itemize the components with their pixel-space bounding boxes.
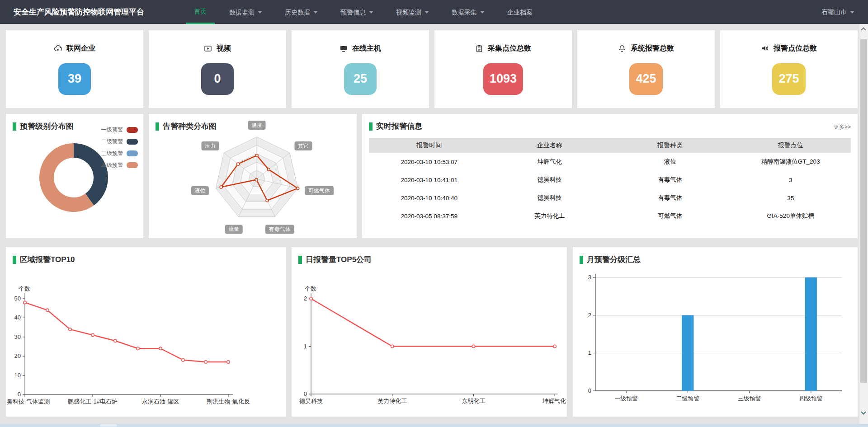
nav-item-3[interactable]: 历史数据 [277,0,326,24]
x-tick-label: 四级预警 [799,395,823,402]
nav-item-1[interactable]: 首页 [186,0,215,24]
radar-axis-label: 液位 [194,188,205,194]
nav-item-label: 数据采集 [452,1,477,23]
stat-card-head: 报警点位总数 [761,44,817,53]
legend-swatch [127,162,138,168]
nav-item-4[interactable]: 预警信息 [332,0,382,24]
y-tick-label: 2 [304,295,307,302]
data-point [472,345,475,347]
y-axis-title: 个数 [305,285,316,292]
stat-card-5: 系统报警总数425 [577,30,715,108]
nav-item-7[interactable]: 企业档案 [499,0,541,24]
chevron-down-icon [480,11,485,14]
column-header: 报警种类 [610,141,731,150]
data-point [553,345,556,347]
x-tick-label: 二级预警 [676,395,699,402]
horizontal-scrollbar[interactable] [0,424,868,427]
radar-point [266,199,269,202]
panel-monthly-levels: 月预警分级汇总 0123一级预警二级预警三级预警四级预警 [573,247,858,417]
scroll-up-icon[interactable] [861,27,866,32]
stat-card-value: 1093 [483,63,523,95]
stat-card-label: 在线主机 [352,44,381,53]
table-cell: 2020-03-10 10:53:07 [369,159,490,165]
data-point [182,358,184,361]
nav-item-6[interactable]: 数据采集 [443,0,493,24]
radar-point [297,187,299,190]
nav-item-label: 预警信息 [340,1,366,23]
legend-item-4[interactable]: 四级预警 [101,159,138,171]
nav-item-2[interactable]: 数据监测 [221,0,270,24]
y-tick-label: 0 [304,390,307,397]
monitor-icon [340,44,348,52]
vertical-scrollbar-thumb[interactable] [860,39,867,383]
alarm-table: 报警时间企业名称报警种类报警点位 2020-03-10 10:53:07坤辉气化… [369,138,851,225]
table-cell: 液位 [610,158,731,166]
x-tick-label: 德昊科技 [299,398,323,404]
panel-realtime-alarms: 实时报警信息 更多>> 报警时间企业名称报警种类报警点位 2020-03-10 … [362,114,858,238]
vertical-scrollbar[interactable] [859,24,868,424]
nav-item-label: 首页 [194,0,207,23]
alarm-table-body: 2020-03-10 10:53:07坤辉气化液位精醇南罐液位GT_203202… [369,153,851,225]
stat-card-label: 系统报警总数 [631,44,674,53]
radar-axis-label: 温度 [251,122,262,128]
table-cell: 2020-03-10 10:41:01 [369,177,490,183]
y-tick-label: 40 [14,314,21,321]
radar-point [255,178,258,181]
x-tick-label: 东明化工 [462,398,485,404]
x-tick-label: 坤辉气化 [542,398,566,404]
data-point [46,309,49,311]
stat-card-head: 联网企业 [54,44,95,53]
scroll-down-icon[interactable] [861,409,866,414]
legend-swatch [127,139,138,145]
line-series [311,299,555,347]
panel-region-top10: 区域报警TOP10 个数01020304050昊科技-气体监测鹏盛化工-1#电石… [6,247,286,417]
data-point [227,361,230,363]
cloud-link-icon [54,44,62,52]
stat-card-6: 报警点位总数275 [720,30,858,108]
y-tick-label: 50 [14,295,21,302]
x-tick-label: 英力特化工 [377,398,407,404]
top-nav: 安全生产风险预警防控物联网管理平台 首页数据监测历史数据预警信息视频监测数据采集… [0,0,868,24]
more-link[interactable]: 更多>> [834,123,851,131]
table-cell: 德昊科技 [490,194,610,202]
radar-axis-label: 流量 [228,226,239,232]
clipboard-icon [475,44,483,52]
table-cell: GIA-520单体贮槽 [731,212,851,220]
title-marker [13,122,16,131]
donut-legend: 一级预警二级预警三级预警四级预警 [101,124,138,171]
horizontal-scrollbar-thumb[interactable] [100,424,117,427]
title-marker [156,122,159,131]
stat-card-label: 视频 [217,44,231,53]
legend-item-2[interactable]: 二级预警 [101,136,138,147]
y-tick-label: 2 [588,312,591,319]
y-tick-label: 1 [588,349,591,356]
legend-label: 二级预警 [101,138,123,145]
legend-label: 四级预警 [101,161,123,169]
panel-alarm-type: 告警种类分布图 温度其它可燃气体有毒气体流量液位压力 [149,114,357,238]
chevron-down-icon [258,11,262,14]
data-point [24,301,26,304]
table-cell: 坤辉气化 [490,158,610,166]
panel-title: 区域报警TOP10 [13,254,75,265]
speaker-icon [761,44,769,52]
nav-item-5[interactable]: 视频监测 [388,0,437,24]
column-header: 报警点位 [731,141,851,150]
y-tick-label: 3 [588,274,591,281]
stat-card-head: 系统报警总数 [618,44,674,53]
x-tick-label: 昊科技-气体监测 [7,398,50,405]
panel-title: 实时报警信息 [369,121,422,131]
region-selector[interactable]: 石嘴山市 [821,0,854,24]
table-row: 2020-03-10 10:53:07坤辉气化液位精醇南罐液位GT_203 [369,153,851,171]
title-marker [369,122,373,131]
legend-item-1[interactable]: 一级预警 [101,124,138,136]
line-series [25,302,228,361]
region-top10-line-chart: 个数01020304050昊科技-气体监测鹏盛化工-1#电石炉永润石油-罐区荆洪… [6,247,286,417]
legend-item-3[interactable]: 三级预警 [101,147,138,159]
chevron-down-icon [369,11,373,14]
region-label: 石嘴山市 [821,0,847,24]
radar-axis-label: 有毒气体 [269,226,291,232]
data-point [391,345,394,347]
video-icon [204,44,212,52]
panel-title: 告警种类分布图 [156,121,217,131]
stat-card-value: 275 [772,63,805,95]
